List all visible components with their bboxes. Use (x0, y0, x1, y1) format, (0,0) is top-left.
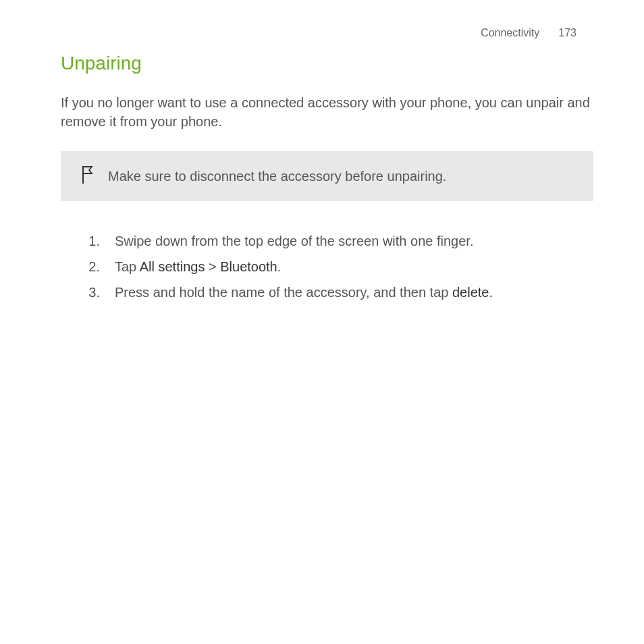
step-number: 1. (88, 228, 100, 254)
note-box: Make sure to disconnect the accessory be… (61, 151, 593, 201)
step-text: Tap All settings > Bluetooth. (115, 254, 593, 279)
steps-list: 1. Swipe down from the top edge of the s… (61, 228, 593, 305)
note-text: Make sure to disconnect the accessory be… (108, 169, 446, 184)
step-text: Swipe down from the top edge of the scre… (115, 228, 593, 254)
step-number: 3. (88, 279, 100, 305)
step-item: 2. Tap All settings > Bluetooth. (61, 254, 593, 279)
document-page: Connectivity 173 Unpairing If you no lon… (0, 0, 644, 332)
section-title: Unpairing (61, 53, 593, 74)
step-text: Press and hold the name of the accessory… (115, 279, 593, 305)
step-item: 1. Swipe down from the top edge of the s… (61, 228, 593, 254)
chapter-name: Connectivity (481, 27, 539, 39)
intro-paragraph: If you no longer want to use a connected… (61, 93, 593, 131)
flag-icon (81, 165, 95, 188)
page-header: Connectivity 173 (61, 27, 593, 39)
step-number: 2. (88, 254, 100, 279)
step-item: 3. Press and hold the name of the access… (61, 279, 593, 305)
page-number: 173 (558, 27, 576, 39)
